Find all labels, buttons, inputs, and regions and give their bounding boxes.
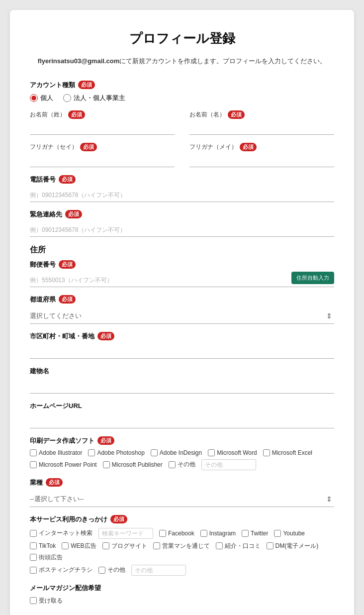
software-other-input[interactable] <box>201 459 256 470</box>
radio-corporate[interactable]: 法人・個人事業主 <box>63 94 125 102</box>
postal-code-row: 住所自動入力 <box>30 273 334 287</box>
software-other[interactable]: その他 <box>169 460 195 469</box>
software-photoshop[interactable]: Adobe Photoshop <box>88 449 144 456</box>
software-group: 印刷データ作成ソフト 必須 Adobe Illustrator Adobe Ph… <box>30 436 334 470</box>
prefecture-group: 都道府県 必須 選択してください 北海道青森県岩手県宮城県 秋田県山形県福島県茨… <box>30 295 334 324</box>
referral-checkboxes-row1: インターネット検索 Facebook Instagram Twitter You… <box>30 528 334 539</box>
name-row: お名前（姓） 必須 お名前（名） 必須 <box>30 110 334 135</box>
software-indesign[interactable]: Adobe InDesign <box>151 449 202 456</box>
referral-internet[interactable]: インターネット検索 <box>30 529 92 537</box>
prefecture-wrapper: 選択してください 北海道青森県岩手県宮城県 秋田県山形県福島県茨城県 栃木県群馬… <box>30 308 334 324</box>
first-name-kana-input[interactable] <box>189 153 334 167</box>
building-input[interactable] <box>30 380 334 394</box>
emergency-label: 緊急連絡先 必須 <box>30 210 334 219</box>
referral-instagram[interactable]: Instagram <box>200 530 236 537</box>
phone-label: 電話番号 必須 <box>30 175 334 184</box>
address-auto-button[interactable]: 住所自動入力 <box>291 272 334 284</box>
referral-facebook[interactable]: Facebook <box>159 530 194 537</box>
postal-code-input[interactable] <box>30 273 334 287</box>
homepage-group: ホームページURL <box>30 402 334 428</box>
first-name-label: お名前（名） 必須 <box>189 110 334 119</box>
homepage-input[interactable] <box>30 414 334 428</box>
last-name-kana-input[interactable] <box>30 153 175 167</box>
postal-code-group: 郵便番号 必須 住所自動入力 <box>30 260 334 287</box>
referral-other[interactable]: その他 <box>98 566 125 574</box>
software-publisher[interactable]: Microsoft Publisher <box>103 461 163 468</box>
industry-group: 業種 必須 --選択して下さい-- <box>30 478 334 507</box>
radio-individual-input[interactable] <box>30 94 38 102</box>
referral-other-input[interactable] <box>131 565 186 576</box>
city-label: 市区町村・町域・番地 必須 <box>30 332 334 341</box>
address-section-group: 住所 郵便番号 必須 住所自動入力 都道府県 必須 選択してください 北海道青森… <box>30 245 334 394</box>
software-checkboxes-row2: Microsoft Power Point Microsoft Publishe… <box>30 459 334 470</box>
first-name-col: お名前（名） 必須 <box>189 110 334 135</box>
form-card: プロフィール登録 flyerinsatsu03@gmail.comにて新規アカウ… <box>10 10 354 615</box>
postal-code-label: 郵便番号 必須 <box>30 260 334 269</box>
subtitle-email: flyerinsatsu03@gmail.com <box>38 57 119 65</box>
software-powerpoint[interactable]: Microsoft Power Point <box>30 461 97 468</box>
last-name-label: お名前（姓） 必須 <box>30 110 175 119</box>
prefecture-select[interactable]: 選択してください 北海道青森県岩手県宮城県 秋田県山形県福島県茨城県 栃木県群馬… <box>30 308 334 324</box>
emergency-contact-group: 緊急連絡先 必須 <box>30 210 334 237</box>
first-name-kana-label: フリガナ（メイ） 必須 <box>189 143 334 151</box>
emergency-contact-input[interactable] <box>30 223 334 237</box>
building-group: 建物名 <box>30 367 334 394</box>
building-label: 建物名 <box>30 367 334 376</box>
industry-select[interactable]: --選択して下さい-- <box>30 491 334 507</box>
referral-search-input[interactable] <box>98 528 153 539</box>
phone-input[interactable] <box>30 188 334 202</box>
software-label: 印刷データ作成ソフト 必須 <box>30 436 334 445</box>
kana-row: フリガナ（セイ） 必須 フリガナ（メイ） 必須 <box>30 143 334 167</box>
referral-referral[interactable]: 紹介・口コミ <box>216 542 261 550</box>
referral-twitter[interactable]: Twitter <box>242 530 268 537</box>
account-type-label: アカウント種類 必須 <box>30 81 334 90</box>
referral-checkboxes-row2: TikTok WEB広告 ブログサイト 営業マンを通じて 紹介・口コミ DM(電… <box>30 542 334 562</box>
first-name-input[interactable] <box>189 121 334 135</box>
software-excel[interactable]: Microsoft Excel <box>263 449 312 456</box>
referral-sales[interactable]: 営業マンを通じて <box>153 542 210 550</box>
software-checkboxes: Adobe Illustrator Adobe Photoshop Adobe … <box>30 449 334 456</box>
newsletter-label: メールマガジン配信希望 <box>30 584 334 593</box>
radio-group: 個人 法人・個人事業主 <box>30 94 334 102</box>
referral-street[interactable]: 街頭広告 <box>30 553 63 562</box>
newsletter-receive[interactable]: 受け取る <box>30 597 63 605</box>
city-group: 市区町村・町域・番地 必須 <box>30 332 334 359</box>
subtitle: flyerinsatsu03@gmail.comにて新規アカウントを作成します。… <box>30 56 334 67</box>
referral-group: 本サービス利用のきっかけ 必須 インターネット検索 Facebook Insta… <box>30 515 334 576</box>
page-title: プロフィール登録 <box>30 30 334 47</box>
referral-tiktok[interactable]: TikTok <box>30 542 56 549</box>
referral-youtube[interactable]: Youtube <box>274 530 305 537</box>
referral-posting[interactable]: ポスティングチラシ <box>30 566 92 574</box>
address-section-title: 住所 <box>30 245 334 255</box>
phone-group: 電話番号 必須 <box>30 175 334 202</box>
referral-blog[interactable]: ブログサイト <box>102 542 147 550</box>
subtitle-text: にて新規アカウントを作成します。プロフィールを入力してください。 <box>119 57 326 65</box>
radio-individual[interactable]: 個人 <box>30 94 53 102</box>
newsletter-checkboxes: 受け取る <box>30 597 334 605</box>
referral-dm[interactable]: DM(電子メール) <box>267 542 319 550</box>
industry-label: 業種 必須 <box>30 478 334 487</box>
newsletter-group: メールマガジン配信希望 受け取る <box>30 584 334 605</box>
required-badge: 必須 <box>78 81 95 89</box>
industry-wrapper: --選択して下さい-- <box>30 491 334 507</box>
radio-corporate-input[interactable] <box>63 94 71 102</box>
account-type-group: アカウント種類 必須 個人 法人・個人事業主 <box>30 81 334 102</box>
last-name-col: お名前（姓） 必須 <box>30 110 175 135</box>
city-input[interactable] <box>30 345 334 359</box>
software-word[interactable]: Microsoft Word <box>208 449 257 456</box>
homepage-label: ホームページURL <box>30 402 334 410</box>
referral-web-ad[interactable]: WEB広告 <box>62 542 96 550</box>
first-name-kana-col: フリガナ（メイ） 必須 <box>189 143 334 167</box>
last-name-kana-label: フリガナ（セイ） 必須 <box>30 143 175 151</box>
last-name-input[interactable] <box>30 121 175 135</box>
referral-checkboxes-row3: ポスティングチラシ その他 <box>30 565 334 576</box>
last-name-kana-col: フリガナ（セイ） 必須 <box>30 143 175 167</box>
referral-label: 本サービス利用のきっかけ 必須 <box>30 515 334 524</box>
prefecture-label: 都道府県 必須 <box>30 295 334 304</box>
software-illustrator[interactable]: Adobe Illustrator <box>30 449 82 456</box>
